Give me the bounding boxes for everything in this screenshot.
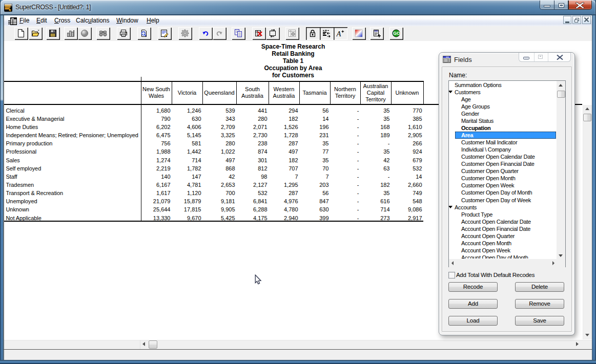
svg-text:GO: GO bbox=[393, 31, 400, 36]
svg-text:A: A bbox=[336, 30, 341, 38]
